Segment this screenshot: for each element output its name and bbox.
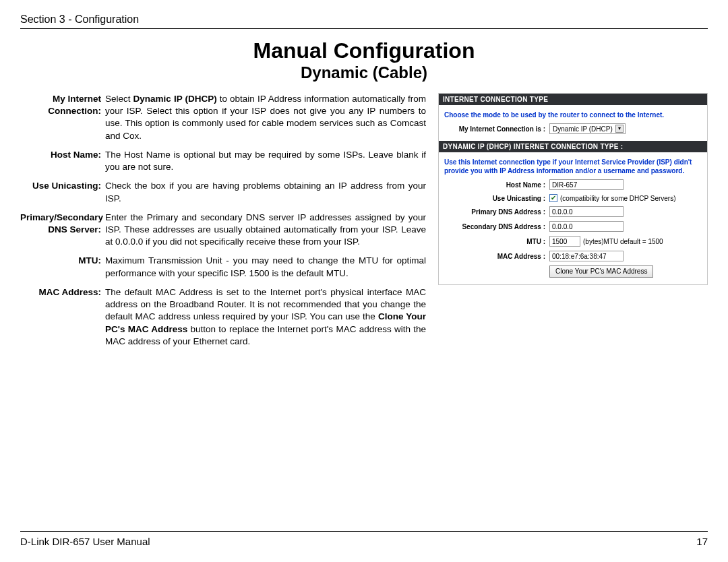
def-term: Use Unicasting:	[20, 180, 105, 192]
router-ui-panel: INTERNET CONNECTION TYPE Choose the mode…	[438, 93, 708, 285]
definitions-list: My Internet Connection: Select Dynamic I…	[20, 93, 426, 354]
def-desc: The Host Name is optional but may be req…	[105, 149, 426, 173]
header-rule	[20, 28, 708, 29]
footer-manual-name: D-Link DIR-657 User Manual	[20, 536, 150, 547]
footer-rule	[20, 531, 708, 532]
mac-address-input[interactable]	[549, 251, 624, 261]
internet-connection-select[interactable]: Dynamic IP (DHCP) ▾	[549, 123, 626, 134]
rui-section-header-1: INTERNET CONNECTION TYPE	[439, 94, 707, 105]
chevron-down-icon: ▾	[615, 125, 624, 133]
text-pre: Select	[105, 94, 133, 104]
mtu-input[interactable]	[549, 236, 580, 247]
def-desc: Maximum Transmission Unit - you may need…	[105, 255, 426, 279]
rui-primary-dns-label: Primary DNS Address :	[444, 208, 549, 216]
select-value: Dynamic IP (DHCP)	[553, 125, 613, 133]
clone-mac-button[interactable]: Clone Your PC's MAC Address	[549, 266, 653, 278]
def-host-name: Host Name: The Host Name is optional but…	[20, 149, 426, 173]
page-title: Manual Configuration	[20, 38, 708, 63]
host-name-input[interactable]	[549, 179, 624, 190]
def-desc: The default MAC Address is set to the In…	[105, 286, 426, 348]
rui-mode-hint: Choose the mode to be used by the router…	[444, 111, 702, 119]
def-desc: Select Dynamic IP (DHCP) to obtain IP Ad…	[105, 93, 426, 142]
def-term: Host Name:	[20, 149, 105, 161]
def-use-unicasting: Use Unicasting: Check the box if you are…	[20, 180, 426, 204]
secondary-dns-input[interactable]	[549, 221, 624, 232]
def-term: Primary/Secondary DNS Server:	[20, 212, 105, 236]
rui-unicast-label: Use Unicasting :	[444, 195, 549, 202]
def-term: My Internet Connection:	[20, 93, 105, 117]
rui-mtu-label: MTU :	[444, 238, 549, 245]
rui-mac-label: MAC Address :	[444, 253, 549, 260]
section-breadcrumb: Section 3 - Configuration	[20, 13, 708, 26]
rui-conn-label: My Internet Connection is :	[444, 125, 549, 133]
rui-dhcp-hint: Use this Internet connection type if you…	[444, 158, 702, 175]
rui-mtu-suffix: (bytes)MTU default = 1500	[583, 238, 663, 245]
def-term: MTU:	[20, 255, 105, 267]
def-mtu: MTU: Maximum Transmission Unit - you may…	[20, 255, 426, 279]
def-desc: Check the box if you are having problems…	[105, 180, 426, 204]
def-mac: MAC Address: The default MAC Address is …	[20, 286, 426, 348]
def-term: MAC Address:	[20, 286, 105, 299]
rui-host-name-label: Host Name :	[444, 181, 549, 189]
rui-section-header-2: DYNAMIC IP (DHCP) INTERNET CONNECTION TY…	[439, 141, 707, 152]
def-desc: Enter the Primary and secondary DNS serv…	[105, 212, 426, 249]
page-subtitle: Dynamic (Cable)	[20, 63, 708, 82]
rui-secondary-dns-label: Secondary DNS Address :	[444, 223, 549, 230]
footer-page-number: 17	[696, 536, 708, 547]
def-dns: Primary/Secondary DNS Server: Enter the …	[20, 212, 426, 249]
use-unicasting-checkbox[interactable]: ✔	[549, 194, 557, 202]
rui-unicast-note: (compatibility for some DHCP Servers)	[560, 195, 676, 202]
text-bold: Dynamic IP (DHCP)	[133, 94, 217, 104]
primary-dns-input[interactable]	[549, 206, 624, 217]
def-my-internet-connection: My Internet Connection: Select Dynamic I…	[20, 93, 426, 142]
